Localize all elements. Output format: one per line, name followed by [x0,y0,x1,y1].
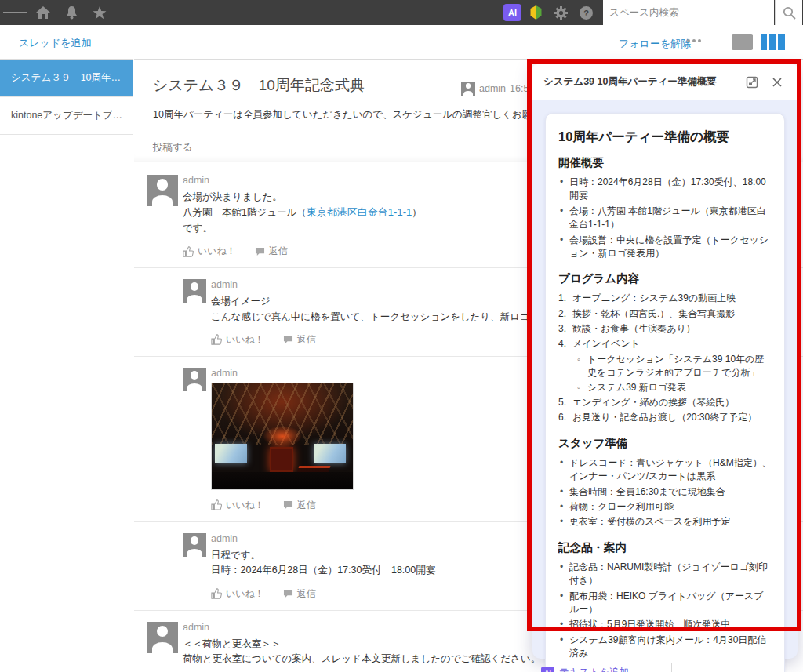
ai-launcher-label: テキストを追加 [559,666,629,672]
close-icon[interactable] [768,73,787,92]
thumbs-up-icon [211,588,222,599]
add-thread-link[interactable]: スレッドを追加 [19,36,92,50]
section-heading: スタッフ準備 [558,435,772,452]
reply-button[interactable]: 返信 [283,333,316,347]
thumbs-up-icon [183,246,194,257]
section-heading: 記念品・案内 [558,539,772,556]
ai-assistant-panel: システム39 10周年パーティー準備概要 10周年パーティー準備の概要 開催概要… [532,64,798,659]
list-item: メインイベント トークセッション「システム39 10年の歴史をコテンラジオ的アプ… [558,337,772,394]
reply-button[interactable]: 返信 [283,499,316,512]
commenter-avatar [147,175,178,206]
list-item: 招待状：5月9日発送開始、順次発送中 [558,618,772,631]
list-item: 配布用袋：HEIKO ブライトバッグ（アースブルー） [558,590,772,617]
multi-column-view-icon[interactable] [761,34,785,50]
reply-label: 返信 [297,333,316,347]
thread-sidebar: システム３９ 10周年… kintoneアップデートブ… [0,59,133,672]
reply-label: 返信 [269,245,288,258]
list-item: システム39 新ロゴ発表 [577,381,772,394]
list-item: 荷物：クローク利用可能 [558,500,772,514]
notifications-bell-icon[interactable] [60,0,83,25]
space-toolbar: スレッドを追加 フォローを解除 [0,25,803,59]
commenter-avatar [147,622,178,653]
like-label: いいね！ [226,333,264,347]
reply-button[interactable]: 返信 [255,245,288,258]
list-item: 挨拶・乾杯（四宮氏.）、集合写真撮影 [558,307,772,321]
like-label: いいね！ [226,587,264,601]
popout-icon[interactable] [743,73,761,92]
commenter-avatar [183,368,206,391]
venue-photo-thumbnail[interactable] [211,383,354,490]
speech-bubble-icon [283,500,293,510]
section-heading: 開催概要 [558,154,772,171]
speech-bubble-icon [283,335,293,344]
magnifier-icon [783,6,796,20]
search-button[interactable] [775,0,802,25]
beginner-mark-icon[interactable] [524,0,547,25]
venue-text: ） [412,207,422,218]
sidebar-item-thread-1[interactable]: システム３９ 10周年… [0,60,133,97]
ai-text-launcher[interactable]: AI テキストを追加 [541,666,629,672]
section-heading: プログラム内容 [558,271,772,287]
speech-bubble-icon [255,247,265,256]
settings-gear-icon[interactable] [549,0,572,25]
like-button[interactable]: いいね！ [211,587,264,601]
thumbs-up-icon [211,499,222,510]
ai-answer-card: 10周年パーティー準備の概要 開催概要 日時：2024年6月28日（金）17:3… [545,113,785,672]
list-item: オープニング：システム39の動画上映 [558,292,772,305]
commenter-avatar [183,279,206,303]
thread-author: admin [479,83,506,94]
unfollow-link[interactable]: フォローを解除 [619,37,691,51]
overview-list: 日時：2024年6月28日（金）17:30受付、18:00開宴 会場：八芳園 本… [558,176,772,260]
divider [671,663,672,672]
sidebar-item-thread-2[interactable]: kintoneアップデートブ… [0,97,133,135]
thread-meta: admin 16:59 [461,82,534,96]
list-item: 会場設営：中央に櫓を設置予定（トークセッション・新ロゴ発表用） [558,234,772,261]
hamburger-menu-icon[interactable] [3,0,27,25]
answer-title: 10周年パーティー準備の概要 [558,128,772,147]
like-label: いいね！ [226,499,264,512]
like-button[interactable]: いいね！ [211,499,264,512]
ai-assistant-badge[interactable]: AI [503,4,521,21]
global-navigation-bar: AI ? [0,0,803,25]
list-item: エンディング・締めの挨拶（琴絵氏） [558,396,772,409]
program-list: オープニング：システム39の動画上映 挨拶・乾杯（四宮氏.）、集合写真撮影 歓談… [558,292,772,425]
staff-list: ドレスコード：青いジャケット（H&M指定）、インナー・パンツ/スカートは黒系 集… [558,456,772,529]
speech-bubble-icon [283,589,293,598]
list-item: お見送り・記念品お渡し（20:30終了予定） [558,411,772,424]
venue-address-link[interactable]: 東京都港区白金台1-1-1 [307,206,412,218]
like-button[interactable]: いいね！ [183,245,236,258]
svg-text:?: ? [583,8,589,17]
favorites-star-icon[interactable] [88,0,111,25]
list-item: 更衣室：受付横のスペースを利用予定 [558,515,772,529]
list-item: 集合時間：全員16:30までに現地集合 [558,485,772,499]
gift-list: 記念品：NARUMI製時計（ジョイゾーロゴ刻印付き） 配布用袋：HEIKO ブラ… [558,561,772,661]
reply-label: 返信 [297,499,316,512]
main-event-sublist: トークセッション「システム39 10年の歴史をコテンラジオ的アプローチで分析」 … [577,353,772,394]
author-avatar [461,82,475,96]
like-button[interactable]: いいね！ [211,333,264,347]
list-item: 日時：2024年6月28日（金）17:30受付、18:00開宴 [558,176,772,203]
commenter-avatar [183,533,206,557]
home-icon[interactable] [31,0,55,25]
venue-text: 八芳園 本館1階ジュール（ [183,207,307,218]
like-label: いいね！ [198,245,236,258]
reply-button[interactable]: 返信 [283,587,316,601]
ai-panel-header: システム39 10周年パーティー準備概要 [532,64,798,100]
list-item: システム39顧客向け案内メール：4月30日配信済み [558,634,772,661]
space-search-input[interactable] [603,0,774,25]
ai-panel-title: システム39 10周年パーティー準備概要 [543,75,736,89]
thread-timestamp: 16:59 [510,83,534,94]
help-icon[interactable]: ? [574,0,598,25]
single-column-view-icon[interactable] [732,34,753,50]
list-item: ドレスコード：青いジャケット（H&M指定）、インナー・パンツ/スカートは黒系 [558,456,772,484]
thumbs-up-icon [211,334,222,345]
ai-mini-badge: AI [541,667,554,672]
list-item: トークセッション「システム39 10年の歴史をコテンラジオ的アプローチで分析」 [577,353,772,380]
post-box-placeholder: 投稿する [153,141,193,154]
more-options-button[interactable] [684,35,704,47]
list-item: 記念品：NARUMI製時計（ジョイゾーロゴ刻印付き） [558,561,772,588]
reply-label: 返信 [297,587,316,601]
kintone-space-page: AI ? スレッドを追加 フォローを解除 [0,0,803,672]
list-item: 歓談・お食事（生演奏あり） [558,322,772,336]
list-item: 会場：八芳園 本館1階ジュール（東京都港区白金台1-1-1） [558,205,772,232]
